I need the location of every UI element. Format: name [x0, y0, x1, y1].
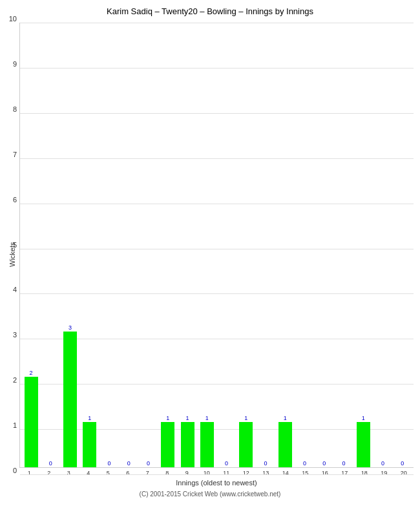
bar-value-label: 0 [108, 460, 111, 467]
y-tick-label: 6 [0, 196, 17, 204]
bar-value-label: 1 [186, 415, 189, 421]
bar-group: 0 [373, 23, 393, 467]
bar-group: 0 [315, 23, 334, 467]
plot-area: 012345678910 20310001110101000100 [19, 23, 414, 468]
bar-group: 0 [100, 23, 119, 467]
y-tick-label: 3 [0, 331, 17, 339]
x-tick-label: 5 [98, 470, 118, 476]
bar-value-label: 0 [264, 460, 268, 467]
x-axis-label: Innings (oldest to newest) [19, 479, 414, 487]
bar-group: 3 [61, 23, 80, 467]
bar-value-label: 1 [205, 415, 209, 421]
bar-value-label: 0 [303, 460, 306, 467]
x-tick-label: 20 [394, 470, 414, 476]
y-tick-label: 8 [0, 105, 17, 113]
bar-group: 0 [139, 23, 158, 467]
bar-value-label: 1 [166, 415, 169, 421]
bar [83, 422, 96, 467]
bar-value-label: 0 [147, 460, 150, 467]
y-tick-label: 0 [0, 467, 17, 474]
x-tick-label: 16 [315, 470, 335, 476]
y-tick-label: 7 [0, 151, 17, 158]
bar-group: 0 [217, 23, 236, 467]
bar-group: 0 [119, 23, 138, 467]
x-tick-label: 15 [295, 470, 315, 476]
bar [200, 422, 214, 467]
chart-title: Karim Sadiq – Twenty20 – Bowling – Innin… [107, 6, 313, 16]
bar-group: 1 [178, 23, 197, 467]
bars-row: 20310001110101000100 [20, 23, 414, 467]
bar-group: 1 [275, 23, 295, 467]
bar [357, 422, 370, 467]
x-tick-label: 11 [216, 470, 236, 476]
y-tick-label: 9 [0, 60, 17, 68]
bar [63, 332, 77, 467]
bar-group: 0 [41, 23, 60, 467]
x-tick-label: 8 [158, 470, 178, 476]
bar-value-label: 0 [322, 460, 326, 467]
bar-value-label: 1 [284, 415, 287, 421]
bar-value-label: 1 [88, 415, 91, 421]
x-tick-label: 17 [335, 470, 355, 476]
bar-group: 2 [21, 23, 41, 467]
y-tick-label: 5 [0, 241, 17, 249]
bar-value-label: 0 [127, 460, 131, 467]
bar-value-label: 0 [49, 460, 52, 467]
y-tick-label: 10 [0, 15, 17, 23]
bar-value-label: 3 [68, 324, 72, 331]
bar-group: 1 [158, 23, 178, 467]
bar-value-label: 0 [381, 460, 384, 467]
bar-group: 0 [334, 23, 353, 467]
x-tick-label: 18 [355, 470, 375, 476]
x-tick-label: 12 [236, 470, 257, 476]
y-tick-label: 2 [0, 376, 17, 384]
x-tick-label: 1 [19, 470, 39, 476]
x-tick-label: 3 [59, 470, 79, 476]
x-tick-label: 2 [39, 470, 59, 476]
x-tick-label: 14 [276, 470, 296, 476]
bar [25, 377, 38, 467]
bar [161, 422, 174, 467]
x-axis-area: 1234567891011121314151617181920 [19, 468, 414, 476]
bar [278, 422, 292, 467]
y-axis-label: Wickets [6, 23, 18, 487]
bar-group: 0 [393, 23, 412, 467]
x-tick-label: 4 [79, 470, 99, 476]
bar-value-label: 1 [362, 415, 365, 421]
bar [239, 422, 253, 467]
bar-value-label: 0 [225, 460, 228, 467]
chart-inner: 012345678910 20310001110101000100 123456… [19, 23, 414, 487]
x-tick-label: 9 [177, 470, 197, 476]
x-tick-label: 19 [374, 470, 394, 476]
bar-group: 1 [80, 23, 100, 467]
copyright: (C) 2001-2015 Cricket Web (www.cricketwe… [140, 491, 281, 498]
y-tick-label: 1 [0, 421, 17, 429]
bar-group: 0 [256, 23, 275, 467]
y-tick-label: 4 [0, 286, 17, 293]
bar-group: 1 [353, 23, 373, 467]
bar-value-label: 0 [342, 460, 346, 467]
x-tick-label: 7 [138, 470, 158, 476]
bar-group: 1 [197, 23, 216, 467]
bar-group: 0 [295, 23, 315, 467]
chart-area: Wickets 012345678910 2031000111010100010… [6, 23, 414, 487]
x-tick-label: 13 [256, 470, 276, 476]
chart-container: Karim Sadiq – Twenty20 – Bowling – Innin… [0, 0, 420, 517]
bar-value-label: 0 [401, 460, 404, 467]
bar [181, 422, 194, 467]
bar-group: 1 [236, 23, 256, 467]
bar-value-label: 1 [244, 415, 247, 421]
x-tick-label: 10 [197, 470, 217, 476]
bar-value-label: 2 [30, 370, 33, 376]
x-tick-label: 6 [118, 470, 138, 476]
